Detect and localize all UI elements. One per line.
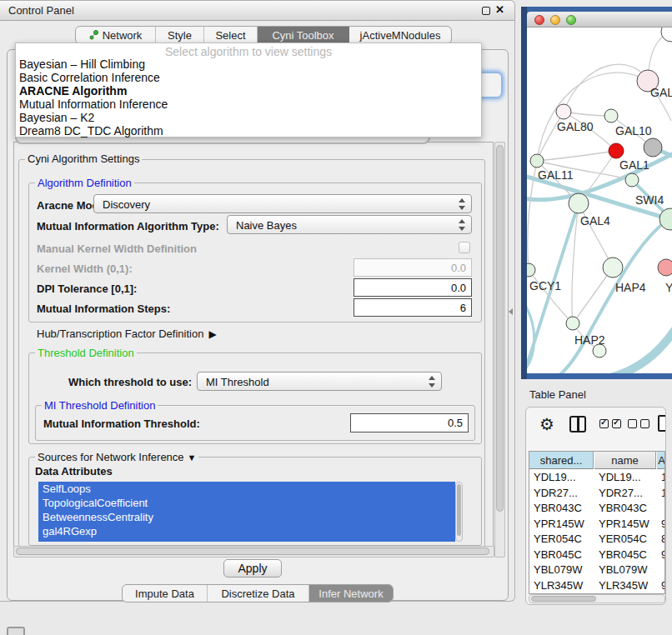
- tab-cyni-toolbox[interactable]: Cyni Toolbox: [258, 27, 349, 43]
- mi-steps-field[interactable]: 6: [354, 298, 472, 317]
- control-panel-titlebar: Control Panel ✕: [0, 1, 514, 21]
- table-row[interactable]: YBR045C YBR045C 9.: [529, 548, 664, 563]
- mi-algorithm-type-combobox[interactable]: Naive Bayes: [227, 215, 472, 234]
- table-row[interactable]: YBL079W YBL079W: [529, 562, 664, 578]
- algorithm-option[interactable]: Mutual Information Inference: [19, 98, 168, 111]
- which-threshold-combobox[interactable]: MI Threshold: [197, 372, 442, 391]
- attributes-scrollbar[interactable]: [455, 482, 463, 542]
- tab-network-label: Network: [103, 29, 143, 42]
- close-icon[interactable]: ✕: [495, 3, 504, 16]
- dpi-tolerance-field[interactable]: 0.0: [354, 278, 472, 297]
- kernel-width-field[interactable]: 0.0: [354, 258, 472, 277]
- cell-shared-name: YPR145W: [529, 517, 594, 532]
- manual-kernel-width-label: Manual Kernel Width Definition: [37, 242, 197, 255]
- cell-shared-name: YBR043C: [529, 501, 594, 517]
- cell-shared-name: YBR045C: [529, 548, 594, 563]
- minimize-traffic-light-icon[interactable]: [550, 15, 560, 25]
- settings-horizontal-scrollbar[interactable]: [13, 546, 494, 558]
- apply-button[interactable]: Apply: [223, 559, 282, 578]
- combo-stepper-icon: [458, 219, 465, 231]
- panel-splitter-handle[interactable]: [509, 307, 514, 315]
- settings-vertical-scrollbar[interactable]: [494, 142, 505, 558]
- node-label-gal4: GAL4: [580, 214, 610, 228]
- network-window-titlebar[interactable]: [527, 12, 672, 28]
- cell-shared-name: YDL19...: [529, 470, 594, 486]
- node-label-hap2: HAP2: [574, 333, 605, 347]
- network-canvas[interactable]: GAL80 GAL10 GAL1 GAL11 SWI4 GAL4 GCY1 HA…: [527, 28, 672, 373]
- table-horizontal-scrollbar[interactable]: [529, 594, 665, 603]
- attribute-item[interactable]: gal4RGexp: [38, 524, 455, 538]
- gear-icon[interactable]: ⚙: [539, 414, 554, 434]
- cell-shared-name: YDR27...: [529, 486, 594, 502]
- tab-discretize-data[interactable]: Discretize Data: [208, 585, 309, 602]
- attribute-item-partial[interactable]: [38, 538, 455, 542]
- node-label-gcy1: GCY1: [529, 279, 561, 292]
- node-attribute-table: shared... name A YDL19... YDL19... 13 YD…: [529, 451, 665, 594]
- tab-style[interactable]: Style: [156, 27, 204, 43]
- column-header-name[interactable]: name: [594, 452, 656, 469]
- control-panel-window: Control Panel ✕ Network Style Select Cyn…: [0, 0, 515, 602]
- node-label-gal10: GAL10: [615, 124, 652, 138]
- aracne-mode-combobox[interactable]: Discovery: [93, 194, 472, 213]
- tab-discretize-data-label: Discretize Data: [221, 588, 294, 600]
- cell-value: 8.: [657, 532, 665, 548]
- sources-header[interactable]: Sources for Network Inference▼: [35, 451, 198, 463]
- hub-definition-header[interactable]: Hub/Transcription Factor Definition▶: [37, 328, 217, 340]
- table-panel: ⚙ shared... name A YDL19... YDL19... 13 …: [525, 407, 666, 605]
- window-frame: [521, 7, 527, 379]
- table-row[interactable]: YLR345W YLR345W 9.: [529, 578, 664, 594]
- node-label-gal-cut: GAL: [650, 86, 672, 99]
- node-label-gal80: GAL80: [557, 120, 594, 133]
- float-window-icon[interactable]: [482, 7, 490, 15]
- tab-jactivemnodules[interactable]: jActiveMNodules: [349, 27, 451, 43]
- dpi-tolerance-label: DPI Tolerance [0,1]:: [37, 282, 137, 295]
- select-all-checkbox-icon[interactable]: [599, 419, 609, 428]
- algorithm-placeholder: Select algorithm to view settings: [16, 45, 481, 58]
- algorithm-option[interactable]: Bayesian – Hill Climbing: [19, 58, 145, 71]
- close-traffic-light-icon[interactable]: [534, 15, 544, 25]
- node-label-swi4: SWI4: [635, 193, 664, 207]
- cell-name: YBL079W: [594, 562, 656, 578]
- column-header-shared-name[interactable]: shared...: [529, 452, 594, 469]
- cell-value: 13: [657, 470, 665, 486]
- cyni-algorithm-settings-title: Cyni Algorithm Settings: [25, 152, 142, 165]
- column-layout-icon[interactable]: [569, 416, 586, 432]
- attribute-item[interactable]: TopologicalCoefficient: [38, 496, 455, 510]
- tab-network[interactable]: Network: [76, 27, 156, 43]
- algorithm-option-selected[interactable]: ARACNE Algorithm: [19, 84, 127, 98]
- kernel-width-label: Kernel Width (0,1):: [37, 262, 133, 275]
- mi-steps-label: Mutual Information Steps:: [37, 302, 170, 315]
- mutual-information-threshold-field[interactable]: 0.5: [350, 413, 469, 432]
- table-row[interactable]: YDL19... YDL19... 13: [529, 470, 664, 486]
- document-icon[interactable]: [658, 415, 666, 432]
- cell-name: YBR045C: [594, 548, 656, 563]
- tab-infer-network[interactable]: Infer Network: [309, 585, 393, 602]
- table-row[interactable]: YDR27... YDR27... 12: [529, 486, 664, 502]
- cell-value: 9.: [657, 548, 665, 563]
- select-all-checkbox-icon[interactable]: [612, 419, 621, 428]
- algorithm-option[interactable]: Basic Correlation Inference: [19, 71, 160, 84]
- manual-kernel-width-checkbox[interactable]: [459, 242, 470, 253]
- algorithm-option[interactable]: Dream8 DC_TDC Algorithm: [19, 124, 163, 138]
- table-row[interactable]: YER054C YER054C 8.: [529, 532, 664, 548]
- network-view-window: GAL80 GAL10 GAL1 GAL11 SWI4 GAL4 GCY1 HA…: [521, 7, 672, 379]
- attribute-item[interactable]: BetweennessCentrality: [38, 510, 455, 524]
- tab-impute-data-label: Impute Data: [135, 588, 194, 600]
- cell-name: YBR043C: [594, 501, 656, 517]
- tab-select[interactable]: Select: [204, 27, 258, 43]
- which-threshold-value: MI Threshold: [206, 376, 269, 388]
- combo-stepper-icon: [458, 198, 465, 210]
- expanded-arrow-icon: ▼: [188, 452, 197, 462]
- tab-impute-data[interactable]: Impute Data: [123, 585, 208, 602]
- deselect-all-checkbox-icon[interactable]: [628, 419, 637, 428]
- cyni-bottom-tabbar: Impute Data Discretize Data Infer Networ…: [122, 584, 394, 602]
- tab-select-label: Select: [215, 29, 245, 42]
- zoom-traffic-light-icon[interactable]: [566, 15, 576, 25]
- column-header-cut[interactable]: A: [657, 452, 665, 469]
- table-row[interactable]: YBR043C YBR043C: [529, 501, 664, 517]
- table-panel-title: Table Panel: [529, 388, 586, 401]
- table-row[interactable]: YPR145W YPR145W 9.: [529, 517, 664, 532]
- deselect-all-checkbox-icon[interactable]: [640, 419, 649, 428]
- algorithm-option[interactable]: Bayesian – K2: [19, 111, 94, 124]
- attribute-item[interactable]: SelfLoops: [38, 482, 455, 496]
